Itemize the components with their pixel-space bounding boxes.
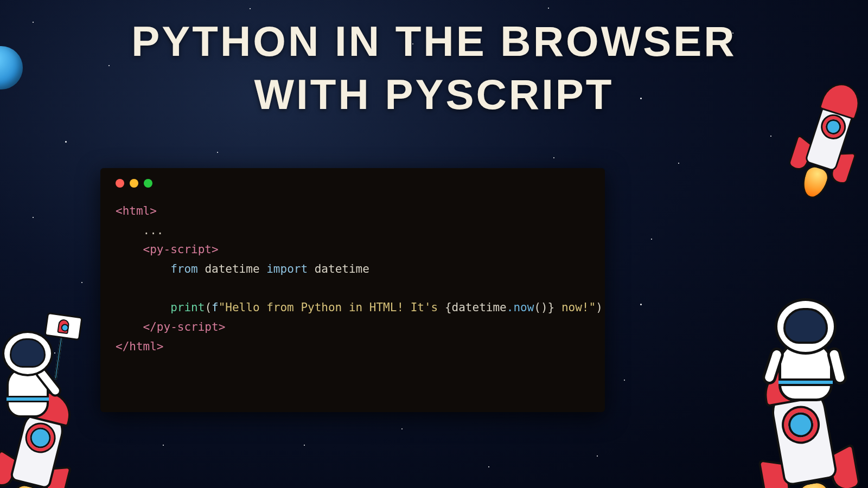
title-line-2: WITH PYSCRIPT — [0, 68, 868, 121]
title-line-1: PYTHON IN THE BROWSER — [0, 15, 868, 68]
code-token: "Hello from Python in HTML! It's — [219, 301, 445, 314]
code-token: ... — [143, 224, 164, 237]
astronaut-with-flag-icon — [0, 282, 125, 488]
code-token: datetime — [315, 262, 369, 275]
code-token: f — [212, 301, 219, 314]
code-token: <html> — [116, 204, 157, 217]
code-token: datetime — [452, 301, 507, 314]
code-token: from — [170, 262, 198, 275]
code-token: <py-script> — [143, 243, 219, 256]
zoom-icon — [144, 179, 152, 188]
code-block: <html> ... <py-script> from datetime imp… — [116, 202, 590, 357]
astronaut-on-rocket-icon — [700, 271, 868, 488]
code-token: import — [266, 262, 308, 275]
code-token: datetime — [205, 262, 259, 275]
code-token: </py-script> — [143, 320, 226, 333]
minimize-icon — [130, 179, 138, 188]
window-traffic-lights — [116, 179, 590, 188]
code-token: now!" — [554, 301, 596, 314]
close-icon — [116, 179, 124, 188]
code-token: print — [170, 301, 205, 314]
code-token: () — [534, 301, 547, 314]
page-title: PYTHON IN THE BROWSER WITH PYSCRIPT — [0, 15, 868, 121]
code-window: <html> ... <py-script> from datetime imp… — [100, 168, 605, 412]
code-token: .now — [507, 301, 534, 314]
